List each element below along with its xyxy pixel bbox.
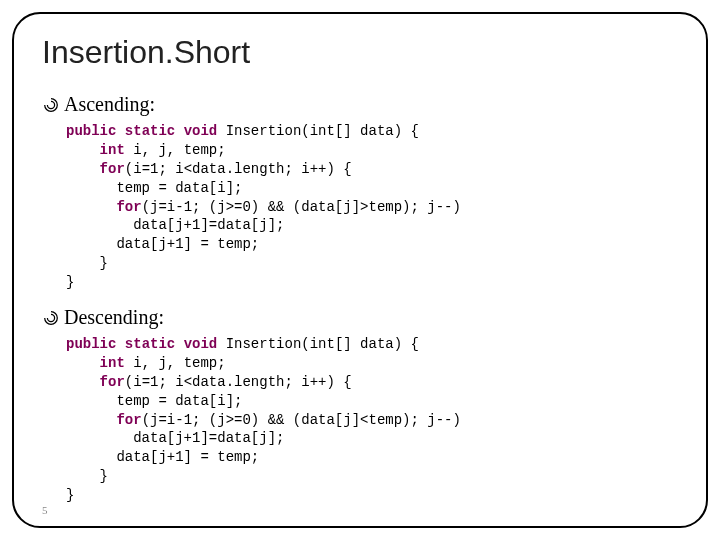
code-text: data[j+1] = temp; <box>66 236 259 252</box>
code-text: Insertion(int[] data) { <box>217 123 419 139</box>
kw-for: for <box>100 161 125 177</box>
swirl-bullet-icon <box>42 309 60 327</box>
kw-public: public <box>66 123 116 139</box>
kw-for: for <box>100 374 125 390</box>
bullet-descending: Descending: <box>42 306 678 329</box>
kw-void: void <box>184 336 218 352</box>
code-text: } <box>66 274 74 290</box>
code-text: data[j+1]=data[j]; <box>66 217 284 233</box>
code-text: (j=i-1; (j>=0) && (data[j]>temp); j--) <box>142 199 461 215</box>
code-text: (j=i-1; (j>=0) && (data[j]<temp); j--) <box>142 412 461 428</box>
kw-for: for <box>116 199 141 215</box>
code-text: Insertion(int[] data) { <box>217 336 419 352</box>
kw-void: void <box>184 123 218 139</box>
slide-frame: Insertion.Short Ascending: public static… <box>12 12 708 528</box>
kw-static: static <box>125 123 175 139</box>
kw-int: int <box>100 355 125 371</box>
code-text: (i=1; i<data.length; i++) { <box>125 374 352 390</box>
code-text: } <box>66 468 108 484</box>
bullet-ascending: Ascending: <box>42 93 678 116</box>
bullet-ascending-label: Ascending: <box>64 93 155 116</box>
kw-public: public <box>66 336 116 352</box>
slide-title: Insertion.Short <box>42 34 678 71</box>
kw-int: int <box>100 142 125 158</box>
kw-for: for <box>116 412 141 428</box>
code-text: } <box>66 487 74 503</box>
code-text: (i=1; i<data.length; i++) { <box>125 161 352 177</box>
code-text: data[j+1] = temp; <box>66 449 259 465</box>
code-text: } <box>66 255 108 271</box>
code-text: i, j, temp; <box>125 142 226 158</box>
code-text: temp = data[i]; <box>66 180 242 196</box>
kw-static: static <box>125 336 175 352</box>
bullet-descending-label: Descending: <box>64 306 164 329</box>
page-number: 5 <box>42 504 48 516</box>
code-block-descending: public static void Insertion(int[] data)… <box>66 335 678 505</box>
code-block-ascending: public static void Insertion(int[] data)… <box>66 122 678 292</box>
code-text: temp = data[i]; <box>66 393 242 409</box>
code-text: i, j, temp; <box>125 355 226 371</box>
swirl-bullet-icon <box>42 96 60 114</box>
code-text: data[j+1]=data[j]; <box>66 430 284 446</box>
